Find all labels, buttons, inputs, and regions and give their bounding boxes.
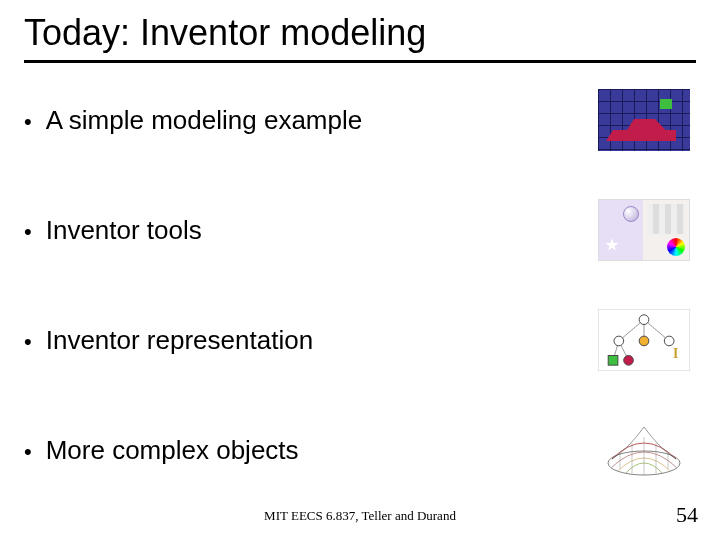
bullet-row: A simple modeling example [24,89,696,151]
boat-grid-icon [598,89,690,151]
scene-graph-icon: I [598,309,690,371]
svg-point-6 [614,336,624,346]
slide-footer: MIT EECS 6.837, Teller and Durand [0,508,720,524]
svg-point-5 [639,315,649,325]
svg-point-7 [639,336,649,346]
bullet-row: Inventor tools [24,199,696,261]
bullet-list: A simple modeling example Inventor tools… [24,89,696,481]
bullet-text: More complex objects [24,435,299,466]
slide-title: Today: Inventor modeling [24,12,696,63]
saddle-surface-icon [598,419,690,481]
bullet-row: More complex objects [24,419,696,481]
bullet-row: Inventor representation I [24,309,696,371]
svg-rect-9 [608,355,618,365]
slide: Today: Inventor modeling A simple modeli… [0,0,720,540]
bullet-text: Inventor representation [24,325,313,356]
tools-panel-icon [598,199,690,261]
bullet-text: Inventor tools [24,215,202,246]
page-number: 54 [676,502,698,528]
svg-point-8 [664,336,674,346]
svg-point-10 [624,355,634,365]
svg-text:I: I [673,346,678,361]
bullet-text: A simple modeling example [24,105,362,136]
